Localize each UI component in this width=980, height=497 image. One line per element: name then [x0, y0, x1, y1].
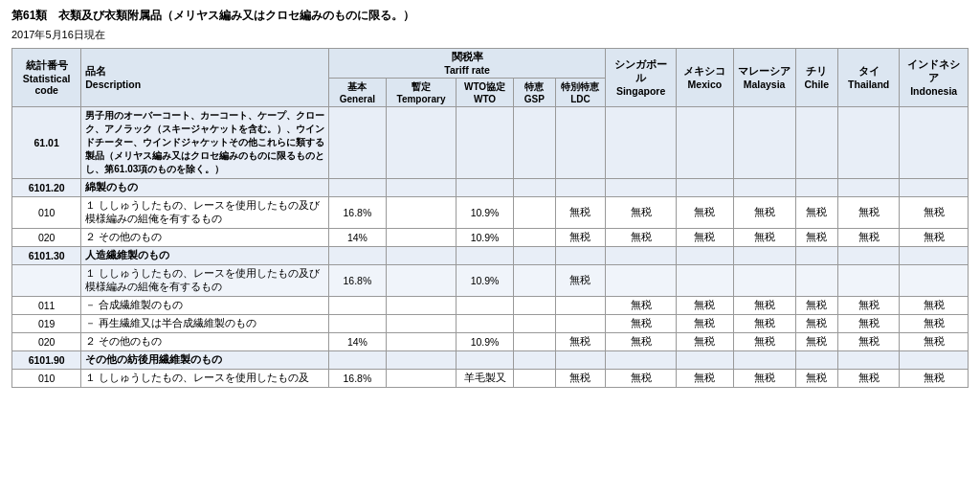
hs-code: 6101.20 [12, 179, 81, 197]
row-description: 男子用のオーバーコート、カーコート、ケープ、クローク、アノラック（スキージャケッ… [81, 107, 329, 179]
hs-code: 020 [12, 333, 81, 351]
row-description: 人造繊維製のもの [81, 247, 329, 265]
header-chile: チリChile [795, 49, 837, 107]
hs-code: 61.01 [12, 107, 81, 179]
table-row: 020 ２ その他のもの 14% 10.9% 無税 無税 無税 無税 無税 無税… [12, 333, 969, 351]
row-description: － 再生繊維又は半合成繊維製のもの [81, 315, 329, 333]
header-ldc: 特別特恵LDC [556, 79, 606, 107]
row-description: その他の紡後用繊維製のもの [81, 351, 329, 370]
table-row: 019 － 再生繊維又は半合成繊維製のもの 無税 無税 無税 無税 無税 無税 [12, 315, 969, 333]
hs-code [12, 265, 81, 297]
row-description: － 合成繊維製のもの [81, 297, 329, 315]
header-malaysia: マレーシアMalaysia [733, 49, 795, 107]
row-description: ２ その他のもの [81, 229, 329, 247]
row-description: １ ししゅうしたもの、レースを使用したもの及 [81, 370, 329, 388]
hs-code: 020 [12, 229, 81, 247]
table-row: 020 ２ その他のもの 14% 10.9% 無税 無税 無税 無税 無税 無税… [12, 229, 969, 247]
header-indonesia: インドネシアIndonesia [900, 49, 969, 107]
hs-code: 6101.90 [12, 351, 81, 370]
header-gsp: 特恵GSP [513, 79, 555, 107]
header-temporary: 暫定Temporary [386, 79, 457, 107]
header-singapore: シンガポールSingapore [605, 49, 676, 107]
header-mexico: メキシコMexico [677, 49, 733, 107]
table-row: 010 １ ししゅうしたもの、レースを使用したもの及 16.8% 羊毛製又 無税… [12, 370, 969, 388]
table-row: 010 １ ししゅうしたもの、レースを使用したもの及び模様編みの組俺を有するもの… [12, 197, 969, 229]
section-row: 6101.30 人造繊維製のもの [12, 247, 969, 265]
header-tariff-rate: 関税率Tariff rate [329, 49, 606, 79]
tariff-table: 統計番号Statistical code 品名Description 関税率Ta… [11, 48, 969, 388]
hs-code: 019 [12, 315, 81, 333]
table-row: 011 － 合成繊維製のもの 無税 無税 無税 無税 無税 無税 [12, 297, 969, 315]
header-statistical-code: 統計番号Statistical code [12, 49, 81, 107]
date-label: 2017年5月16日現在 [11, 28, 969, 42]
section-row: 6101.90 その他の紡後用繊維製のもの [12, 351, 969, 370]
row-description: １ ししゅうしたもの、レースを使用したもの及び模様編みの組俺を有するもの [81, 265, 329, 297]
header-wto: WTO協定WTO [457, 79, 513, 107]
page-title: 第61類 衣類及び衣類附属品（メリヤス編み又はクロセ編みのものに限る。） [11, 8, 969, 24]
hs-code: 010 [12, 197, 81, 229]
header-description: 品名Description [81, 49, 329, 107]
row-description: １ ししゅうしたもの、レースを使用したもの及び模様編みの組俺を有するもの [81, 197, 329, 229]
hs-code: 6101.30 [12, 247, 81, 265]
header-general: 基本General [329, 79, 386, 107]
header-thailand: タイThailand [838, 49, 900, 107]
hs-code: 010 [12, 370, 81, 388]
page: 第61類 衣類及び衣類附属品（メリヤス編み又はクロセ編みのものに限る。） 201… [0, 0, 980, 395]
chapter-row: 61.01 男子用のオーバーコート、カーコート、ケープ、クローク、アノラック（ス… [12, 107, 969, 179]
subsection-row: １ ししゅうしたもの、レースを使用したもの及び模様編みの組俺を有するもの 16.… [12, 265, 969, 297]
hs-code: 011 [12, 297, 81, 315]
row-description: 綿製のもの [81, 179, 329, 197]
section-row: 6101.20 綿製のもの [12, 179, 969, 197]
row-description: ２ その他のもの [81, 333, 329, 351]
